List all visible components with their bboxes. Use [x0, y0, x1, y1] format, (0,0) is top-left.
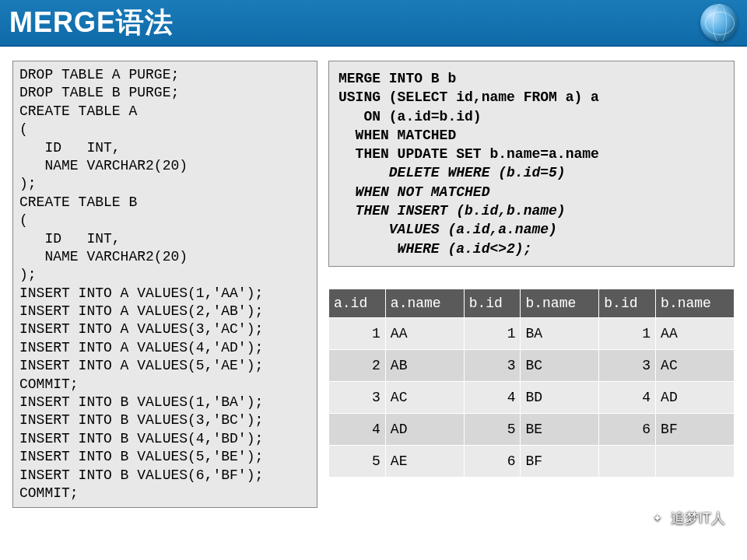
- cell: BF: [656, 413, 735, 445]
- merge-statement: MERGE INTO B b USING (SELECT id,name FRO…: [328, 61, 735, 267]
- cell: AD: [656, 381, 735, 413]
- merge-line: MERGE INTO B b: [338, 71, 456, 86]
- cell: BE: [521, 413, 599, 445]
- wechat-icon: ✦: [649, 509, 666, 527]
- cell: 3: [599, 349, 656, 381]
- cell: 4: [329, 413, 386, 445]
- left-column: DROP TABLE A PURGE; DROP TABLE B PURGE; …: [12, 61, 317, 508]
- table-header-row: a.id a.name b.id b.name b.id b.name: [329, 289, 735, 317]
- cell: AA: [385, 317, 464, 349]
- merge-line-emph: VALUES (a.id,a.name): [338, 222, 557, 237]
- cell: [599, 445, 656, 477]
- cell: [656, 445, 735, 477]
- watermark: ✦ 追梦IT人: [649, 509, 725, 527]
- merge-line: WHEN MATCHED: [338, 128, 456, 143]
- cell: 5: [329, 445, 386, 477]
- cell: 2: [329, 349, 386, 381]
- cell: AC: [656, 349, 735, 381]
- col-header: b.id: [464, 289, 521, 317]
- col-header: b.name: [521, 289, 599, 317]
- merge-line-emph: THEN INSERT (b.id,b.name): [338, 203, 566, 219]
- table-row: 4 AD 5 BE 6 BF: [329, 413, 735, 445]
- cell: BC: [521, 349, 599, 381]
- cell: AD: [385, 413, 464, 445]
- page-title: MERGE语法: [9, 4, 174, 42]
- right-column: MERGE INTO B b USING (SELECT id,name FRO…: [328, 61, 735, 508]
- merge-line-emph: WHEN NOT MATCHED: [338, 184, 489, 200]
- cell: AA: [656, 317, 735, 349]
- cell: BA: [521, 317, 599, 349]
- cell: AC: [385, 381, 464, 413]
- title-bar: MERGE语法: [0, 0, 747, 47]
- table-row: 3 AC 4 BD 4 AD: [329, 381, 735, 413]
- cell: BD: [521, 381, 599, 413]
- merge-line: THEN UPDATE SET b.name=a.name: [338, 146, 599, 162]
- result-table: a.id a.name b.id b.name b.id b.name 1 AA…: [328, 289, 735, 478]
- table-row: 2 AB 3 BC 3 AC: [329, 349, 735, 381]
- cell: 5: [464, 413, 521, 445]
- table-body: 1 AA 1 BA 1 AA 2 AB 3 BC 3 AC 3 AC: [329, 317, 735, 477]
- merge-line: USING (SELECT id,name FROM a) a: [338, 89, 599, 105]
- merge-line: ON (a.id=b.id): [338, 109, 482, 124]
- watermark-text: 追梦IT人: [671, 509, 725, 527]
- cell: 1: [464, 317, 521, 349]
- cell: 4: [464, 381, 521, 413]
- cell: 6: [599, 413, 656, 445]
- col-header: b.name: [656, 289, 735, 317]
- cell: 3: [329, 381, 386, 413]
- cell: 3: [464, 349, 521, 381]
- col-header: b.id: [599, 289, 656, 317]
- merge-line-emph: DELETE WHERE (b.id=5): [338, 165, 566, 180]
- content-area: DROP TABLE A PURGE; DROP TABLE B PURGE; …: [0, 47, 747, 516]
- table-row: 1 AA 1 BA 1 AA: [329, 317, 735, 349]
- cell: 4: [599, 381, 656, 413]
- cell: 1: [329, 317, 386, 349]
- cell: AE: [385, 445, 464, 477]
- sql-setup-code: DROP TABLE A PURGE; DROP TABLE B PURGE; …: [12, 61, 317, 508]
- cell: AB: [385, 349, 464, 381]
- cell: 1: [599, 317, 656, 349]
- merge-line-emph: WHERE (a.id<>2);: [338, 241, 531, 257]
- cell: 6: [464, 445, 521, 477]
- globe-icon: [700, 4, 738, 41]
- cell: BF: [521, 445, 599, 477]
- col-header: a.id: [329, 289, 386, 317]
- table-row: 5 AE 6 BF: [329, 445, 735, 477]
- col-header: a.name: [385, 289, 464, 317]
